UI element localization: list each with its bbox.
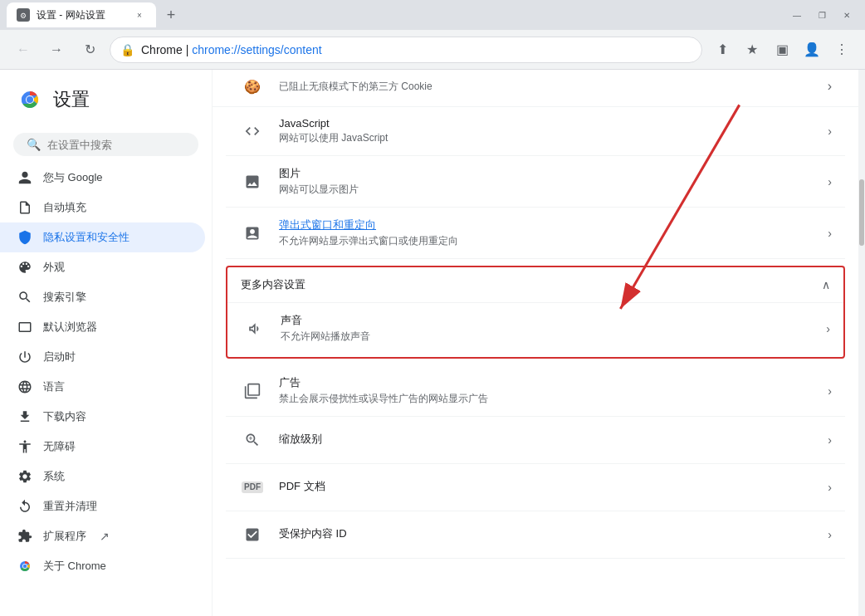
sidebar-item-startup[interactable]: 启动时 [0, 342, 205, 372]
sidebar-item-appearance[interactable]: 外观 [0, 252, 205, 282]
address-separator: | [183, 43, 192, 56]
tab-close-button[interactable]: × [133, 8, 146, 22]
popups-title: 弹出式窗口和重定向 [279, 218, 814, 232]
sidebar-item-accessibility-label: 无障碍 [43, 439, 76, 454]
forward-button[interactable]: → [43, 37, 70, 63]
omnibar: ← → ↻ 🔒 Chrome | chrome://settings/conte… [0, 30, 865, 70]
highlighted-more-settings: 更多内容设置 ∧ 声音 [226, 266, 845, 359]
startup-icon [17, 349, 33, 365]
protected-text: 受保护内容 ID [279, 526, 814, 543]
shield-icon [17, 229, 33, 246]
sidebar-item-browser[interactable]: 默认浏览器 [0, 312, 205, 342]
sidebar-item-extensions[interactable]: 扩展程序 ↗ [0, 521, 205, 551]
partial-arrow-icon: › [828, 79, 832, 94]
bookmark-button[interactable]: ★ [739, 37, 765, 63]
javascript-setting[interactable]: JavaScript 网站可以使用 JavaScript › [226, 107, 845, 156]
images-icon [239, 169, 266, 195]
sidebar-item-search-label: 搜索引擎 [43, 290, 86, 305]
javascript-icon [239, 118, 266, 144]
sidebar-item-reset[interactable]: 重置并清理 [0, 491, 205, 521]
scrollbar-thumb [859, 179, 864, 246]
ads-arrow: › [828, 384, 832, 398]
sidebar-item-about[interactable]: 关于 Chrome [0, 551, 205, 581]
browser-icon [17, 319, 33, 335]
chrome-logo-icon [17, 86, 43, 113]
more-settings-header[interactable]: 更多内容设置 ∧ [227, 267, 843, 302]
sidebar-item-browser-label: 默认浏览器 [43, 320, 97, 335]
sidebar-item-privacy[interactable]: 隐私设置和安全性 [0, 222, 205, 252]
sidebar-header: 设置 [0, 76, 212, 126]
pdf-setting[interactable]: PDF PDF 文档 › [226, 464, 845, 511]
zoom-title: 缩放级别 [279, 432, 814, 447]
sidebar-search-container: 🔍 [0, 126, 212, 163]
sidebar-item-autofill[interactable]: 自动填充 [0, 193, 205, 222]
javascript-desc: 网站可以使用 JavaScript [279, 131, 814, 145]
sidebar-item-accessibility[interactable]: 无障碍 [0, 432, 205, 462]
share-button[interactable]: ⬆ [709, 37, 735, 63]
images-setting[interactable]: 图片 网站可以显示图片 › [226, 156, 845, 208]
sidebar-item-system-label: 系统 [43, 469, 65, 484]
sidebar-item-appearance-label: 外观 [43, 260, 65, 275]
address-text: Chrome | chrome://settings/content [141, 43, 692, 56]
split-view-button[interactable]: ▣ [769, 37, 795, 63]
download-icon [17, 408, 33, 425]
address-brand: Chrome [141, 43, 183, 56]
images-text: 图片 网站可以显示图片 [279, 166, 814, 197]
javascript-text: JavaScript 网站可以使用 JavaScript [279, 117, 814, 145]
palette-icon [17, 259, 33, 276]
active-tab[interactable]: ⚙ 设置 - 网站设置 × [7, 2, 156, 27]
ads-text: 广告 禁止会展示侵扰性或误导性广告的网站显示广告 [279, 375, 814, 406]
protected-icon [239, 521, 266, 548]
popups-text: 弹出式窗口和重定向 不允许网站显示弹出式窗口或使用重定向 [279, 218, 814, 248]
popups-desc: 不允许网站显示弹出式窗口或使用重定向 [279, 234, 814, 248]
sidebar-item-search[interactable]: 搜索引擎 [0, 282, 205, 312]
sidebar-item-downloads[interactable]: 下载内容 [0, 402, 205, 432]
ads-setting[interactable]: 广告 禁止会展示侵扰性或误导性广告的网站显示广告 › [226, 365, 845, 417]
pdf-arrow: › [828, 481, 832, 494]
new-tab-button[interactable]: + [159, 3, 183, 27]
pdf-icon: PDF [239, 474, 266, 501]
close-button[interactable]: ✕ [835, 3, 858, 27]
sidebar-item-about-label: 关于 Chrome [43, 559, 106, 574]
protected-title: 受保护内容 ID [279, 526, 814, 541]
more-settings-chevron: ∧ [822, 278, 830, 291]
protected-arrow: › [828, 528, 832, 541]
pdf-text: PDF 文档 [279, 479, 814, 496]
sidebar-search-icon: 🔍 [27, 138, 41, 151]
external-link-icon: ↗ [100, 530, 110, 543]
partial-top-text: 已阻止无痕模式下的第三方 Cookie [279, 80, 814, 94]
svg-point-7 [23, 565, 27, 569]
zoom-setting[interactable]: 缩放级别 › [226, 417, 845, 464]
protected-setting[interactable]: 受保护内容 ID › [226, 511, 845, 559]
back-button[interactable]: ← [10, 37, 37, 63]
zoom-text: 缩放级别 [279, 432, 814, 448]
sidebar-item-google[interactable]: 您与 Google [0, 163, 205, 193]
more-menu-button[interactable]: ⋮ [828, 37, 855, 63]
sidebar-item-reset-label: 重置并清理 [43, 499, 97, 514]
reload-button[interactable]: ↻ [76, 37, 103, 63]
sidebar-item-privacy-label: 隐私设置和安全性 [43, 230, 130, 245]
maximize-button[interactable]: ❐ [810, 3, 833, 27]
popups-setting[interactable]: 弹出式窗口和重定向 不允许网站显示弹出式窗口或使用重定向 › [226, 208, 845, 259]
minimize-button[interactable]: — [785, 3, 809, 27]
popups-arrow: › [828, 227, 832, 240]
sidebar-item-language[interactable]: 语言 [0, 372, 205, 402]
sound-setting[interactable]: 声音 不允许网站播放声音 › [227, 302, 843, 357]
sidebar-item-system[interactable]: 系统 [0, 462, 205, 491]
address-bar[interactable]: 🔒 Chrome | chrome://settings/content [110, 37, 702, 63]
right-scrollbar[interactable] [858, 70, 865, 616]
javascript-arrow: › [828, 125, 832, 138]
sidebar-item-startup-label: 启动时 [43, 350, 76, 364]
sidebar: 设置 🔍 您与 Google 自动填充 [0, 70, 213, 616]
sidebar-search-inner: 🔍 [13, 133, 198, 156]
address-url: chrome://settings/content [192, 43, 321, 56]
sidebar-search-input[interactable] [47, 139, 185, 151]
tab-title: 设置 - 网站设置 [37, 8, 126, 22]
profile-button[interactable]: 👤 [799, 37, 825, 63]
autofill-icon [17, 199, 33, 216]
popups-icon [239, 220, 266, 247]
window-controls: — ❐ ✕ [785, 3, 858, 27]
address-lock-icon: 🔒 [120, 43, 134, 56]
settings-list: JavaScript 网站可以使用 JavaScript › [213, 107, 858, 559]
sound-icon [241, 315, 267, 342]
